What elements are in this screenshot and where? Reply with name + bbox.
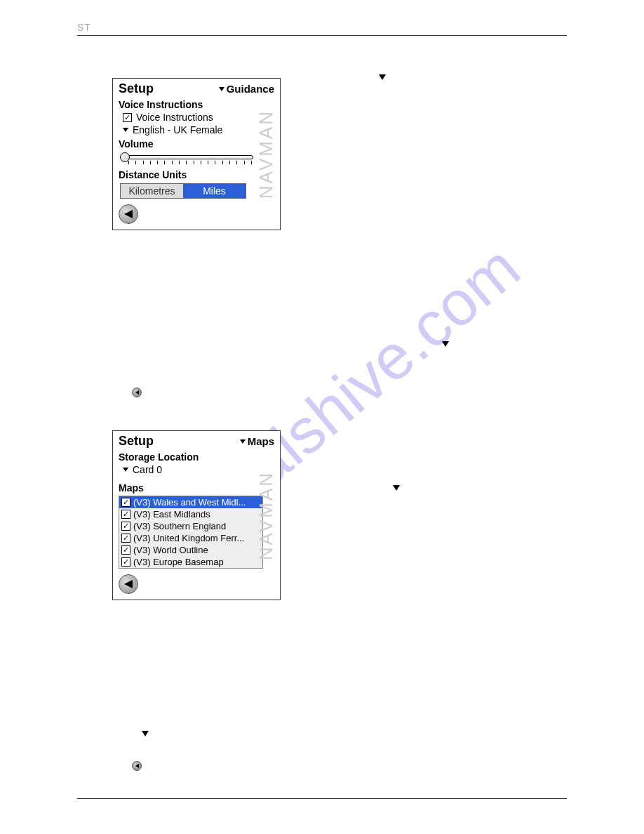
dropdown-indicator-icon	[379, 70, 386, 83]
chevron-down-icon	[240, 439, 246, 444]
back-button[interactable]	[119, 574, 138, 594]
map-item[interactable]: ✓ (V3) World Outline	[119, 544, 262, 556]
map-item[interactable]: ✓ (V3) Europe Basemap	[119, 556, 262, 568]
voice-section-label: Voice Instructions	[119, 99, 274, 110]
chevron-down-icon	[123, 468, 128, 472]
footer-divider	[77, 798, 567, 799]
maps-screen: NAVMAN Setup Maps Storage Location Card …	[112, 430, 281, 600]
checkbox-icon: ✓	[121, 498, 130, 507]
header-title: ST	[77, 22, 91, 33]
storage-dropdown[interactable]: Card 0	[123, 464, 274, 475]
map-item-label: (V3) Wales and West Midl...	[133, 497, 246, 508]
dropdown-indicator-icon	[142, 727, 149, 739]
map-item-label: (V3) Europe Basemap	[133, 557, 224, 567]
arrow-left-icon	[124, 580, 133, 588]
storage-section-label: Storage Location	[119, 451, 274, 463]
voice-checkbox-row[interactable]: ✓ Voice Instructions	[123, 112, 274, 123]
screen-title: Setup	[119, 434, 154, 449]
brand-label: NAVMAN	[256, 100, 277, 208]
checkbox-icon: ✓	[121, 545, 130, 555]
maps-list: ✓ (V3) Wales and West Midl... ✓ (V3) Eas…	[119, 496, 263, 569]
map-item-label: (V3) East Midlands	[133, 509, 210, 519]
document-page: ST NAVMAN Setup Guidance Voice Instructi…	[77, 21, 567, 799]
slider-ticks	[128, 161, 252, 165]
back-button-reference	[132, 758, 142, 771]
checkbox-icon: ✓	[123, 113, 132, 122]
map-item-label: (V3) Southern England	[133, 521, 226, 531]
dropdown-indicator-icon	[442, 337, 449, 350]
map-item-label: (V3) World Outline	[133, 545, 208, 555]
map-item[interactable]: ✓ (V3) East Midlands	[119, 508, 262, 520]
volume-slider[interactable]	[120, 152, 253, 165]
brand-label: NAVMAN	[256, 452, 277, 578]
checkbox-icon: ✓	[121, 510, 130, 519]
map-item[interactable]: ✓ (V3) Southern England	[119, 520, 262, 532]
screen-title: Setup	[119, 81, 154, 96]
kilometres-button[interactable]: Kilometres	[121, 184, 183, 198]
arrow-left-icon	[124, 210, 133, 218]
volume-section-label: Volume	[119, 138, 274, 150]
guidance-menu-dropdown[interactable]: Guidance	[219, 83, 274, 95]
miles-button[interactable]: Miles	[183, 184, 246, 198]
chevron-down-icon	[219, 87, 224, 91]
storage-value: Card 0	[133, 464, 162, 475]
maps-section-label: Maps	[119, 482, 274, 494]
voice-language-label: English - UK Female	[133, 124, 222, 135]
checkbox-icon: ✓	[121, 557, 130, 567]
dropdown-indicator-icon	[393, 481, 400, 494]
voice-language-dropdown[interactable]: English - UK Female	[123, 124, 274, 135]
map-item-label: (V3) United Kingdom Ferr...	[133, 533, 244, 543]
map-item[interactable]: ✓ (V3) Wales and West Midl...	[119, 496, 262, 508]
map-item[interactable]: ✓ (V3) United Kingdom Ferr...	[119, 532, 262, 544]
maps-menu-dropdown[interactable]: Maps	[240, 435, 274, 447]
back-button[interactable]	[119, 204, 138, 224]
checkbox-icon: ✓	[121, 522, 130, 531]
back-button-reference	[132, 385, 142, 397]
distance-units-toggle: Kilometres Miles	[120, 183, 246, 199]
voice-checkbox-label: Voice Instructions	[136, 112, 213, 123]
slider-track	[127, 155, 253, 159]
distance-section-label: Distance Units	[119, 169, 274, 180]
header-bar: ST	[77, 21, 567, 36]
chevron-down-icon	[123, 128, 128, 132]
checkbox-icon: ✓	[121, 534, 130, 543]
guidance-screen: NAVMAN Setup Guidance Voice Instructions…	[112, 78, 281, 230]
